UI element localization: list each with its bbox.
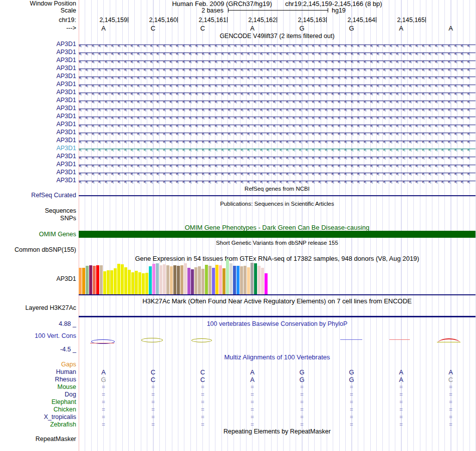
gencode-transcript-label[interactable]: AP3D1 (56, 73, 76, 80)
gencode-transcript-label[interactable]: AP3D1 (56, 41, 76, 48)
gtex-tissue-bar[interactable] (142, 273, 145, 294)
gtex-tissue-bar[interactable] (121, 264, 124, 294)
gencode-transcript-row[interactable]: <<<<<<<<<<<<<<<<<<<<<<<<<<<<<<<<<<<<<<<<… (79, 177, 475, 185)
refseq-track-title[interactable]: RefSeq genes from NCBI (79, 186, 475, 192)
gencode-transcript-row[interactable]: <<<<<<<<<<<<<<<<<<<<<<<<<<<<<<<<<<<<<<<<… (79, 129, 475, 137)
omim-genes-label[interactable]: OMIM Genes (39, 231, 76, 238)
gtex-tissue-bar[interactable] (124, 267, 127, 294)
gtex-tissue-bar[interactable] (156, 263, 159, 294)
repeatmasker-label[interactable]: RepeatMasker (36, 436, 76, 442)
gencode-transcript-row[interactable]: <<<<<<<<<<<<<<<<<<<<<<<<<<<<<<<<<<<<<<<<… (79, 161, 475, 169)
gencode-transcript-row[interactable]: <<<<<<<<<<<<<<<<<<<<<<<<<<<<<<<<<<<<<<<<… (79, 137, 475, 145)
gencode-transcript-row[interactable]: <<<<<<<<<<<<<<<<<<<<<<<<<<<<<<<<<<<<<<<<… (79, 57, 475, 65)
gencode-transcript-label[interactable]: AP3D1 (56, 153, 76, 160)
gtex-tissue-bar[interactable] (208, 266, 211, 294)
gencode-transcript-label[interactable]: AP3D1 (56, 97, 76, 104)
repeatmasker-track-title[interactable]: Repeating Elements by RepeatMasker (79, 428, 475, 435)
gtex-tissue-bar[interactable] (114, 268, 117, 294)
gtex-tissue-bar[interactable] (166, 265, 169, 294)
gtex-tissue-bar[interactable] (201, 269, 204, 294)
gtex-tissue-bar[interactable] (93, 266, 96, 294)
gencode-transcript-row[interactable]: <<<<<<<<<<<<<<<<<<<<<<<<<<<<<<<<<<<<<<<<… (79, 49, 475, 57)
publications-track-title[interactable]: Publications: Sequences in Scientific Ar… (79, 201, 475, 207)
multiz-track-title[interactable]: Multiz Alignments of 100 Vertebrates (79, 354, 475, 360)
gtex-tissue-bar[interactable] (110, 270, 113, 294)
gencode-transcript-row[interactable]: <<<<<<<<<<<<<<<<<<<<<<<<<<<<<<<<<<<<<<<<… (79, 145, 475, 153)
gtex-tissue-bar[interactable] (226, 259, 229, 294)
snps-label[interactable]: SNPs (60, 215, 76, 222)
gtex-tissue-bar[interactable] (173, 265, 176, 294)
gtex-tissue-bar[interactable] (149, 266, 152, 294)
gtex-tissue-bar[interactable] (215, 265, 218, 294)
gencode-transcript-label[interactable]: AP3D1 (56, 105, 76, 112)
gtex-tissue-bar[interactable] (184, 263, 187, 294)
gencode-transcript-row[interactable]: <<<<<<<<<<<<<<<<<<<<<<<<<<<<<<<<<<<<<<<<… (79, 121, 475, 129)
gtex-tissue-bar[interactable] (219, 265, 222, 294)
gencode-transcript-label[interactable]: AP3D1 (56, 177, 76, 184)
sequences-label[interactable]: Sequences (45, 208, 76, 214)
gtex-tissue-bar[interactable] (145, 273, 148, 294)
multiz-species-label[interactable]: Rhesus (55, 376, 76, 383)
layered-h3k27ac-label[interactable]: Layered H3K27Ac (26, 305, 76, 311)
gtex-tissue-bar[interactable] (229, 263, 232, 294)
multiz-species-label[interactable]: Mouse (57, 383, 76, 391)
conservation-track-title[interactable]: 100 vertebrates Basewise Conservation by… (79, 321, 475, 327)
gencode-transcript-label[interactable]: AP3D1 (56, 137, 76, 144)
gencode-transcript-row[interactable]: <<<<<<<<<<<<<<<<<<<<<<<<<<<<<<<<<<<<<<<<… (79, 153, 475, 161)
gencode-transcript-label[interactable]: AP3D1 (56, 57, 76, 64)
gencode-transcript-row[interactable]: <<<<<<<<<<<<<<<<<<<<<<<<<<<<<<<<<<<<<<<<… (79, 81, 475, 89)
gtex-tissue-bar[interactable] (131, 272, 134, 294)
gtex-tissue-bar[interactable] (86, 266, 89, 294)
multiz-species-label[interactable]: Elephant (52, 398, 76, 406)
gencode-transcript-label[interactable]: AP3D1 (56, 65, 76, 72)
gtex-tissue-bar[interactable] (261, 268, 264, 294)
gencode-transcript-row[interactable]: <<<<<<<<<<<<<<<<<<<<<<<<<<<<<<<<<<<<<<<<… (79, 169, 475, 177)
multiz-species-label[interactable]: Zebrafish (50, 421, 76, 428)
gtex-tissue-bar[interactable] (194, 267, 197, 294)
multiz-species-label[interactable]: Human (56, 368, 76, 376)
gtex-tissue-bar[interactable] (152, 264, 155, 294)
gtex-expression-barchart[interactable] (79, 259, 475, 294)
gtex-tissue-bar[interactable] (247, 267, 250, 294)
gtex-tissue-bar[interactable] (96, 265, 99, 294)
omim-track-title[interactable]: OMIM Gene Phenotypes - Dark Green Can Be… (79, 224, 475, 231)
multiz-species-label[interactable]: Gaps (61, 361, 76, 368)
h3k27ac-track-title[interactable]: H3K27Ac Mark (Often Found Near Active Re… (79, 298, 475, 304)
gtex-tissue-bar[interactable] (251, 263, 254, 294)
dbsnp-track-title[interactable]: Short Genetic Variants from dbSNP releas… (79, 240, 475, 246)
gtex-tissue-bar[interactable] (89, 265, 92, 294)
gtex-tissue-bar[interactable] (233, 266, 236, 294)
omim-gene-bar[interactable] (79, 231, 475, 238)
gtex-tissue-bar[interactable] (244, 266, 247, 294)
gencode-transcript-row[interactable]: <<<<<<<<<<<<<<<<<<<<<<<<<<<<<<<<<<<<<<<<… (79, 105, 475, 113)
gtex-tissue-bar[interactable] (82, 268, 85, 294)
gtex-tissue-bar[interactable] (205, 265, 208, 294)
gtex-tissue-bar[interactable] (212, 268, 215, 294)
gencode-transcript-label[interactable]: AP3D1 (56, 49, 76, 56)
gtex-tissue-bar[interactable] (100, 265, 103, 294)
multiz-species-label[interactable]: Dog (65, 391, 76, 398)
h3k27ac-signal-bar[interactable] (79, 316, 475, 317)
gtex-tissue-bar[interactable] (265, 273, 268, 294)
gtex-tissue-bar[interactable] (128, 270, 131, 294)
gencode-transcript-row[interactable]: <<<<<<<<<<<<<<<<<<<<<<<<<<<<<<<<<<<<<<<<… (79, 41, 475, 49)
refseq-gene-bar[interactable] (79, 195, 475, 196)
gencode-transcript-row[interactable]: <<<<<<<<<<<<<<<<<<<<<<<<<<<<<<<<<<<<<<<<… (79, 73, 475, 81)
gtex-tissue-bar[interactable] (177, 266, 180, 294)
gtex-tissue-bar[interactable] (191, 269, 194, 294)
gencode-transcript-label[interactable]: AP3D1 (56, 81, 76, 88)
gtex-tissue-bar[interactable] (79, 268, 82, 294)
gencode-transcript-label[interactable]: AP3D1 (56, 113, 76, 120)
gtex-tissue-bar[interactable] (117, 264, 120, 294)
multiz-species-label[interactable]: X_tropicalis (44, 413, 76, 421)
gtex-tissue-bar[interactable] (170, 266, 173, 294)
gencode-transcript-label[interactable]: AP3D1 (56, 121, 76, 128)
gencode-transcript-row[interactable]: <<<<<<<<<<<<<<<<<<<<<<<<<<<<<<<<<<<<<<<<… (79, 113, 475, 121)
multiz-species-label[interactable]: Chicken (54, 406, 76, 413)
gtex-tissue-bar[interactable] (138, 272, 141, 294)
gencode-transcript-row[interactable]: <<<<<<<<<<<<<<<<<<<<<<<<<<<<<<<<<<<<<<<<… (79, 65, 475, 73)
gtex-tissue-bar[interactable] (159, 265, 162, 294)
gencode-transcript-label[interactable]: AP3D1 (56, 169, 76, 176)
gencode-transcript-label[interactable]: AP3D1 (56, 89, 76, 96)
gencode-transcript-row[interactable]: <<<<<<<<<<<<<<<<<<<<<<<<<<<<<<<<<<<<<<<<… (79, 97, 475, 105)
